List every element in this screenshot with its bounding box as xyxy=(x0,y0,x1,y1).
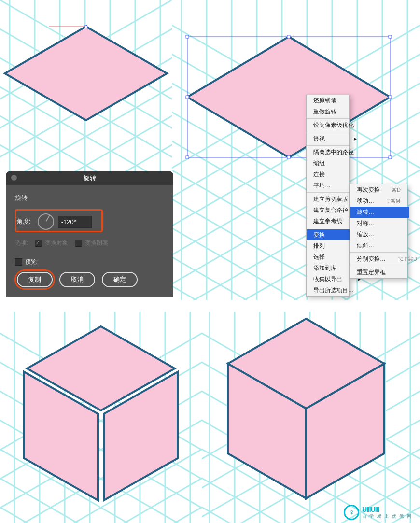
svg-line-72 xyxy=(0,466,202,523)
svg-rect-57 xyxy=(186,35,189,38)
submenu-item[interactable]: 重置定界框 xyxy=(350,267,409,278)
menu-item[interactable]: 设为像素级优化 xyxy=(307,120,365,131)
svg-rect-64 xyxy=(389,156,392,159)
submenu-item[interactable]: 再次变换⌘D xyxy=(350,184,409,196)
options-row: 选项: 变换对象 变换图案 xyxy=(15,239,164,247)
checkbox-icon[interactable] xyxy=(35,240,42,247)
submenu-item[interactable]: 缩放… xyxy=(350,229,409,240)
menu-item[interactable]: 重做旋转 xyxy=(307,106,365,117)
copy-button[interactable]: 复制 xyxy=(17,272,53,287)
iso-grid xyxy=(0,0,172,171)
preview-checkbox[interactable]: 预览 xyxy=(15,258,37,266)
bulb-icon: ♀ xyxy=(344,505,359,520)
svg-rect-60 xyxy=(186,96,189,99)
iso-grid xyxy=(0,312,202,523)
ok-button[interactable]: 确定 xyxy=(102,272,138,287)
menu-item[interactable]: 导出所选项目… xyxy=(307,285,365,296)
close-icon[interactable] xyxy=(11,175,17,181)
svg-rect-61 xyxy=(389,96,392,99)
menu-item[interactable]: 还原钢笔 xyxy=(307,95,365,106)
iso-grid xyxy=(202,312,420,523)
cube-exploded[interactable] xyxy=(24,326,178,500)
dialog-title: 旋转 xyxy=(6,171,173,185)
watermark: ♀ UIIIUIII自 学 就 上 优 优 网 xyxy=(344,505,412,520)
rhombus-shape[interactable] xyxy=(5,27,167,120)
context-menu[interactable]: 还原钢笔重做旋转设为像素级优化透视隔离选中的路径编组连接平均…建立剪切蒙版建立复… xyxy=(306,95,350,297)
cancel-button[interactable]: 取消 xyxy=(59,272,95,287)
submenu-item[interactable]: 倾斜… xyxy=(350,240,409,251)
submenu-item[interactable]: 分别变换…⌥⇧⌘D xyxy=(350,254,409,265)
svg-rect-58 xyxy=(287,35,290,38)
section-label: 旋转 xyxy=(15,194,164,202)
checkbox-icon[interactable] xyxy=(75,240,82,247)
submenu-item[interactable]: 对称… xyxy=(350,218,409,229)
opt-transform-object[interactable]: 变换对象 xyxy=(35,239,68,247)
svg-line-81 xyxy=(0,466,202,523)
svg-rect-62 xyxy=(186,156,189,159)
angle-label: 角度: xyxy=(16,217,31,226)
submenu-item[interactable]: 移动…⇧⌘M xyxy=(350,196,409,207)
svg-rect-63 xyxy=(287,156,290,159)
svg-line-14 xyxy=(0,118,172,171)
svg-rect-59 xyxy=(389,35,392,38)
angle-input[interactable] xyxy=(58,216,92,228)
submenu-item[interactable]: 旋转… xyxy=(350,207,409,218)
menu-item[interactable]: 隔离选中的路径 xyxy=(307,147,365,158)
rotate-dialog[interactable]: 旋转 旋转 角度: 选项: 变换对象 变换图案 预览 复制 取消 确定 xyxy=(6,171,173,297)
angle-dial-icon[interactable] xyxy=(38,213,54,230)
opt-transform-pattern[interactable]: 变换图案 xyxy=(75,239,108,247)
svg-line-6 xyxy=(0,118,172,171)
menu-item[interactable]: 透视 xyxy=(307,133,365,144)
checkbox-icon[interactable] xyxy=(15,258,22,266)
angle-field[interactable]: 角度: xyxy=(15,209,103,232)
svg-point-24 xyxy=(84,25,87,28)
menu-item[interactable]: 连接 xyxy=(307,169,365,180)
menu-item[interactable]: 编组 xyxy=(307,158,365,169)
transform-submenu[interactable]: 再次变换⌘D移动…⇧⌘M旋转…对称…缩放…倾斜…分别变换…⌥⇧⌘D重置定界框 xyxy=(350,184,407,279)
